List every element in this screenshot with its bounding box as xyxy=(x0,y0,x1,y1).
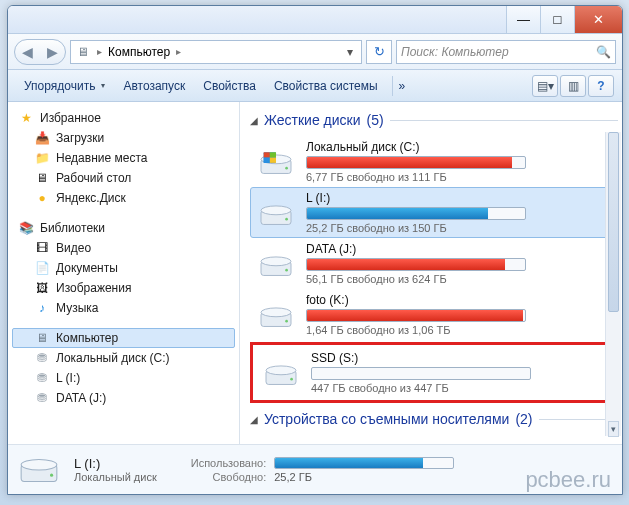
refresh-button[interactable]: ↻ xyxy=(366,40,392,64)
sidebar-computer-header[interactable]: 🖥Компьютер xyxy=(12,328,235,348)
watermark: pcbee.ru xyxy=(525,467,611,493)
group-header-hdd[interactable]: ◢ Жесткие диски (5) xyxy=(250,112,618,128)
sidebar-item-images[interactable]: 🖼Изображения xyxy=(12,278,235,298)
sidebar-item-recent[interactable]: 📁Недавние места xyxy=(12,148,235,168)
drive-icon xyxy=(256,196,296,230)
svg-point-16 xyxy=(285,319,288,322)
drive-icon xyxy=(256,145,296,179)
drive-usage-bar xyxy=(306,309,526,322)
svg-rect-5 xyxy=(270,152,276,157)
drive-icon xyxy=(18,450,60,490)
svg-point-2 xyxy=(285,166,288,169)
drive-item[interactable]: Локальный диск (C:) 6,77 ГБ свободно из … xyxy=(250,136,618,187)
status-free-value: 25,2 ГБ xyxy=(274,471,454,483)
svg-rect-6 xyxy=(264,157,270,162)
drive-item[interactable]: DATA (J:) 56,1 ГБ свободно из 624 ГБ xyxy=(250,238,618,289)
sidebar-item-drive-i[interactable]: ⛃L (I:) xyxy=(12,368,235,388)
search-icon[interactable]: 🔍 xyxy=(596,45,611,59)
address-bar[interactable]: 🖥 ▸ Компьютер ▸ ▾ xyxy=(70,40,362,64)
vertical-scrollbar[interactable]: ▾ xyxy=(605,132,621,436)
drive-free-space: 447 ГБ свободно из 447 ГБ xyxy=(311,382,601,394)
sidebar-item-video[interactable]: 🎞Видео xyxy=(12,238,235,258)
back-icon[interactable]: ◀ xyxy=(22,44,33,60)
drive-icon: ⛃ xyxy=(34,370,50,386)
autorun-button[interactable]: Автозапуск xyxy=(115,75,193,97)
svg-point-12 xyxy=(261,256,291,265)
sidebar-item-documents[interactable]: 📄Документы xyxy=(12,258,235,278)
sidebar-item-desktop[interactable]: 🖥Рабочий стол xyxy=(12,168,235,188)
drive-free-space: 56,1 ГБ свободно из 624 ГБ xyxy=(306,273,612,285)
status-used-label: Использовано: xyxy=(191,457,267,469)
music-icon: ♪ xyxy=(34,300,50,316)
images-icon: 🖼 xyxy=(34,280,50,296)
search-input[interactable]: Поиск: Компьютер 🔍 xyxy=(396,40,616,64)
group-count: (2) xyxy=(515,411,532,427)
folder-icon: 📥 xyxy=(34,130,50,146)
sidebar-item-music[interactable]: ♪Музыка xyxy=(12,298,235,318)
sidebar-favorites-header[interactable]: ★Избранное xyxy=(12,108,235,128)
drive-usage-bar xyxy=(306,207,526,220)
window-minimize-button[interactable]: — xyxy=(506,6,540,33)
drive-name: Локальный диск (C:) xyxy=(306,140,612,154)
sidebar-item-drive-j[interactable]: ⛃DATA (J:) xyxy=(12,388,235,408)
svg-point-15 xyxy=(261,307,291,316)
drive-usage-bar xyxy=(306,258,526,271)
properties-button[interactable]: Свойства xyxy=(195,75,264,97)
content-area[interactable]: ◢ Жесткие диски (5) Локальный диск (C:) … xyxy=(240,102,622,444)
breadcrumb-separator[interactable]: ▸ xyxy=(94,46,105,57)
svg-point-9 xyxy=(261,205,291,214)
svg-point-10 xyxy=(285,217,288,220)
collapse-icon[interactable]: ◢ xyxy=(250,115,258,126)
star-icon: ★ xyxy=(18,110,34,126)
svg-point-21 xyxy=(21,459,57,469)
drive-item[interactable]: SSD (S:) 447 ГБ свободно из 447 ГБ xyxy=(255,347,607,398)
svg-point-22 xyxy=(50,473,53,476)
drive-item[interactable]: L (I:) 25,2 ГБ свободно из 150 ГБ xyxy=(250,187,618,238)
search-placeholder: Поиск: Компьютер xyxy=(401,45,509,59)
navigation-pane[interactable]: ★Избранное 📥Загрузки 📁Недавние места 🖥Ра… xyxy=(8,102,240,444)
drive-icon xyxy=(261,356,301,390)
drive-icon xyxy=(256,247,296,281)
preview-pane-button[interactable]: ▥ xyxy=(560,75,586,97)
drive-free-space: 1,64 ГБ свободно из 1,06 ТБ xyxy=(306,324,612,336)
scrollbar-thumb[interactable] xyxy=(608,132,619,312)
organize-menu[interactable]: Упорядочить xyxy=(16,75,113,97)
sidebar-libraries-header[interactable]: 📚Библиотеки xyxy=(12,218,235,238)
nav-back-forward[interactable]: ◀ ▶ xyxy=(14,39,66,65)
group-title: Устройства со съемными носителями xyxy=(264,411,509,427)
drive-free-space: 6,77 ГБ свободно из 111 ГБ xyxy=(306,171,612,183)
sidebar-item-local-c[interactable]: ⛃Локальный диск (C:) xyxy=(12,348,235,368)
svg-rect-4 xyxy=(264,152,270,157)
status-drive-name: L (I:) xyxy=(74,456,157,471)
drive-name: L (I:) xyxy=(306,191,612,205)
folder-icon: 📁 xyxy=(34,150,50,166)
svg-point-13 xyxy=(285,268,288,271)
status-usage-bar xyxy=(274,457,454,469)
forward-icon[interactable]: ▶ xyxy=(47,44,58,60)
highlighted-drive: SSD (S:) 447 ГБ свободно из 447 ГБ xyxy=(250,342,612,403)
group-header-removable[interactable]: ◢ Устройства со съемными носителями (2) xyxy=(250,411,618,427)
computer-icon: 🖥 xyxy=(75,44,91,60)
window-close-button[interactable]: ✕ xyxy=(574,6,622,33)
breadcrumb-separator[interactable]: ▸ xyxy=(173,46,184,57)
breadcrumb-item[interactable]: Компьютер xyxy=(108,45,170,59)
drive-item[interactable]: foto (K:) 1,64 ГБ свободно из 1,06 ТБ xyxy=(250,289,618,340)
drive-icon: ⛃ xyxy=(34,350,50,366)
address-dropdown-icon[interactable]: ▾ xyxy=(343,45,357,59)
drive-free-space: 25,2 ГБ свободно из 150 ГБ xyxy=(306,222,612,234)
svg-rect-7 xyxy=(270,157,276,162)
group-title: Жесткие диски xyxy=(264,112,361,128)
desktop-icon: 🖥 xyxy=(34,170,50,186)
drive-name: DATA (J:) xyxy=(306,242,612,256)
sidebar-item-downloads[interactable]: 📥Загрузки xyxy=(12,128,235,148)
window-maximize-button[interactable]: □ xyxy=(540,6,574,33)
view-mode-button[interactable]: ▤▾ xyxy=(532,75,558,97)
system-properties-button[interactable]: Свойства системы xyxy=(266,75,386,97)
drive-name: SSD (S:) xyxy=(311,351,601,365)
video-icon: 🎞 xyxy=(34,240,50,256)
help-button[interactable]: ? xyxy=(588,75,614,97)
sidebar-item-yadisk[interactable]: ●Яндекс.Диск xyxy=(12,188,235,208)
collapse-icon[interactable]: ◢ xyxy=(250,414,258,425)
scrollbar-down-icon[interactable]: ▾ xyxy=(608,421,619,437)
drive-usage-bar xyxy=(306,156,526,169)
